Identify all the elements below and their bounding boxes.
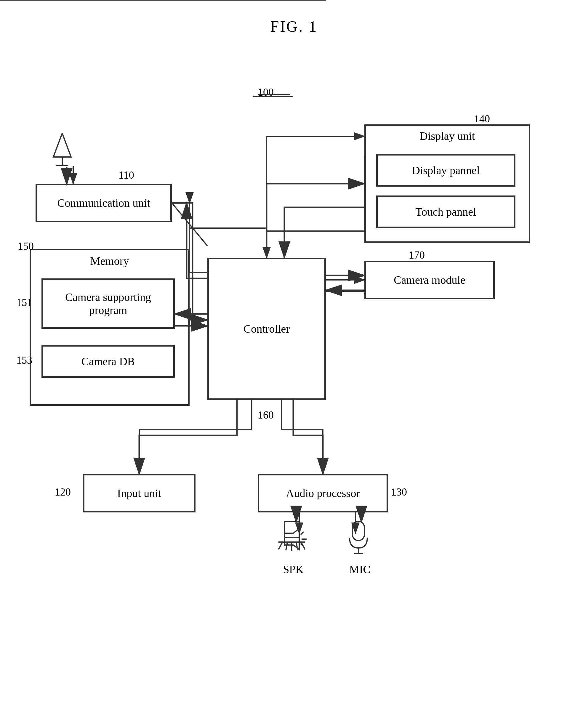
antenna-icon xyxy=(50,133,74,166)
ref-140: 140 xyxy=(474,113,490,125)
communication-unit-box: Communication unit xyxy=(35,184,172,222)
ref-170: 170 xyxy=(409,249,425,261)
spk-label: SPK xyxy=(275,563,311,576)
svg-line-24 xyxy=(301,542,305,550)
controller-box: Controller xyxy=(207,258,326,400)
input-unit-box: Input unit xyxy=(83,474,196,512)
ref-100: 100 xyxy=(258,86,274,98)
ref-130: 130 xyxy=(391,486,407,498)
camera-db-label: Camera DB xyxy=(82,355,135,368)
svg-marker-11 xyxy=(53,133,71,157)
svg-line-21 xyxy=(286,542,287,550)
mic-label: MIC xyxy=(348,563,372,576)
communication-unit-label: Communication unit xyxy=(57,196,150,209)
audio-processor-label: Audio processor xyxy=(286,487,360,500)
camera-module-label: Camera module xyxy=(394,273,465,286)
ref-120: 120 xyxy=(55,486,71,498)
controller-label: Controller xyxy=(243,322,290,335)
svg-rect-18 xyxy=(284,521,299,538)
ref-110: 110 xyxy=(118,169,134,181)
svg-rect-25 xyxy=(353,521,364,541)
svg-line-23 xyxy=(296,542,298,550)
camera-module-box: Camera module xyxy=(364,261,495,299)
camera-db-box: Camera DB xyxy=(41,345,175,378)
svg-line-4 xyxy=(172,203,207,246)
touch-panel-box: Touch pannel xyxy=(376,196,515,228)
ref-150: 150 xyxy=(18,240,34,252)
camera-supporting-label: Camera supporting program xyxy=(65,290,151,317)
ref-160: 160 xyxy=(258,409,274,421)
touch-panel-label: Touch pannel xyxy=(415,205,476,218)
display-panel-box: Display pannel xyxy=(376,154,515,187)
spk-rays-icon xyxy=(272,521,311,551)
camera-supporting-box: Camera supporting program xyxy=(41,278,175,329)
display-panel-label: Display pannel xyxy=(412,164,480,177)
svg-line-20 xyxy=(278,542,283,550)
mic-icon xyxy=(347,521,370,554)
audio-processor-box: Audio processor xyxy=(258,474,388,512)
memory-label: Memory xyxy=(90,254,129,267)
input-unit-label: Input unit xyxy=(117,487,161,500)
display-unit-label: Display unit xyxy=(420,129,475,142)
ref-151: 151 xyxy=(16,296,32,309)
figure-title: FIG. 1 xyxy=(0,18,588,35)
ref-153: 153 xyxy=(16,354,32,366)
